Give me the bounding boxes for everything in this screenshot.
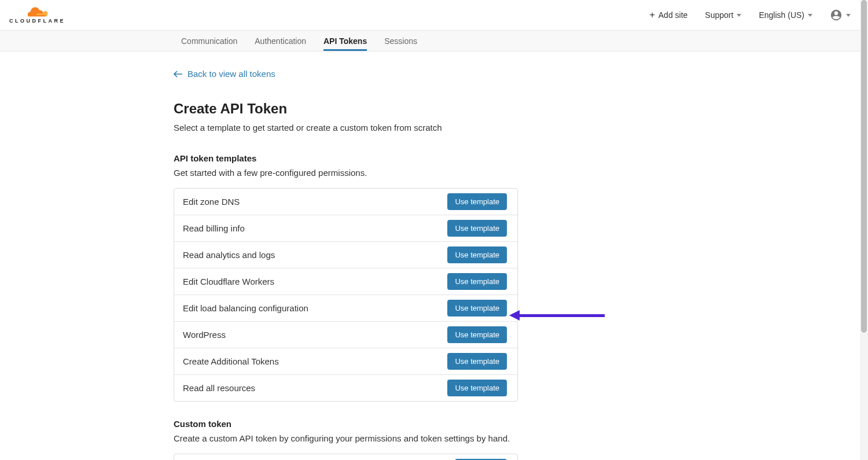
- back-link[interactable]: Back to view all tokens: [174, 69, 275, 79]
- scrollbar[interactable]: [860, 0, 868, 460]
- template-label: Create Additional Tokens: [183, 356, 279, 366]
- template-row: Read all resources Use template: [174, 375, 517, 401]
- use-template-button[interactable]: Use template: [447, 380, 507, 396]
- template-list: Edit zone DNS Use template Read billing …: [174, 188, 518, 402]
- brand-logo[interactable]: CLOUDFLARE: [9, 6, 65, 24]
- chevron-down-icon: [808, 14, 812, 17]
- top-header: CLOUDFLARE + Add site Support English (U…: [0, 0, 868, 31]
- use-template-button[interactable]: Use template: [447, 246, 507, 263]
- plus-icon: +: [649, 10, 654, 20]
- arrow-left-icon: [174, 71, 183, 78]
- chevron-down-icon: [737, 14, 741, 17]
- support-label: Support: [705, 10, 733, 20]
- templates-heading: API token templates: [174, 153, 521, 163]
- template-label: Edit load balancing configuration: [183, 303, 308, 313]
- tab-api-tokens[interactable]: API Tokens: [323, 31, 367, 51]
- back-link-label: Back to view all tokens: [187, 69, 275, 79]
- scrollbar-thumb[interactable]: [861, 0, 867, 333]
- support-menu[interactable]: Support: [705, 10, 741, 20]
- template-row-wordpress: WordPress Use template: [174, 322, 517, 348]
- tab-authentication[interactable]: Authentication: [255, 31, 306, 51]
- use-template-button[interactable]: Use template: [447, 300, 507, 317]
- tab-sessions[interactable]: Sessions: [384, 31, 417, 51]
- template-label: Read analytics and logs: [183, 250, 275, 260]
- use-template-button[interactable]: Use template: [447, 193, 507, 210]
- custom-sub: Create a custom API token by configuring…: [174, 433, 521, 443]
- template-label: Read billing info: [183, 223, 245, 233]
- template-label: WordPress: [183, 330, 226, 340]
- template-row: Read analytics and logs Use template: [174, 242, 517, 268]
- header-right: + Add site Support English (US): [649, 9, 851, 21]
- profile-subnav: Communication Authentication API Tokens …: [0, 31, 868, 51]
- language-menu[interactable]: English (US): [759, 10, 812, 20]
- custom-token-row: Create Custom Token Get started: [174, 454, 517, 460]
- tab-communication[interactable]: Communication: [181, 31, 237, 51]
- template-row: Edit load balancing configuration Use te…: [174, 295, 517, 322]
- language-label: English (US): [759, 10, 804, 20]
- add-site-label: Add site: [659, 10, 688, 20]
- template-row: Edit Cloudflare Workers Use template: [174, 268, 517, 295]
- template-label: Edit Cloudflare Workers: [183, 277, 274, 286]
- template-label: Read all resources: [183, 383, 255, 393]
- account-menu[interactable]: [830, 9, 851, 21]
- brand-name: CLOUDFLARE: [9, 18, 65, 24]
- template-row: Read billing info Use template: [174, 215, 517, 242]
- templates-sub: Get started with a few pre-configured pe…: [174, 168, 521, 178]
- custom-list: Create Custom Token Get started: [174, 454, 518, 460]
- custom-heading: Custom token: [174, 419, 521, 429]
- use-template-button[interactable]: Use template: [447, 220, 507, 237]
- main-content: Back to view all tokens Create API Token…: [0, 51, 521, 460]
- annotation-arrow-icon: [509, 312, 605, 318]
- template-row: Create Additional Tokens Use template: [174, 348, 517, 375]
- chevron-down-icon: [846, 14, 851, 17]
- cloudflare-cloud-icon: [27, 6, 49, 17]
- use-template-button[interactable]: Use template: [447, 326, 507, 343]
- template-label: Edit zone DNS: [183, 197, 240, 207]
- page-title: Create API Token: [174, 101, 521, 117]
- use-template-button[interactable]: Use template: [447, 273, 507, 290]
- template-row: Edit zone DNS Use template: [174, 189, 517, 215]
- page-subtitle: Select a template to get started or crea…: [174, 123, 521, 133]
- add-site-button[interactable]: + Add site: [649, 10, 687, 20]
- user-avatar-icon: [830, 9, 843, 21]
- use-template-button[interactable]: Use template: [447, 353, 507, 370]
